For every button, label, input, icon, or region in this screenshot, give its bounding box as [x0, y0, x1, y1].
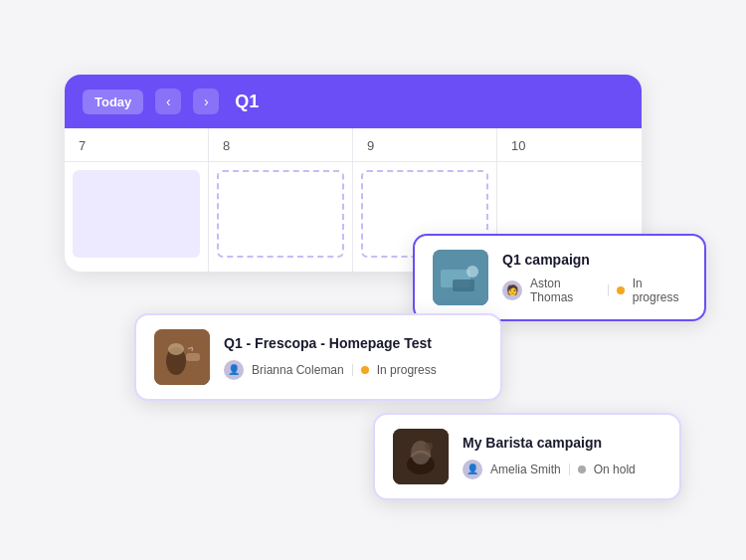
task-title-q1: Q1 campaign — [502, 251, 686, 269]
svg-point-6 — [168, 343, 184, 355]
author-q1: Aston Thomas — [530, 277, 600, 304]
task-thumbnail-barista — [393, 429, 449, 484]
day-header-10: 10 — [497, 128, 642, 162]
status-frescopa: In progress — [377, 363, 437, 377]
day-header-7: 7 — [65, 128, 208, 162]
cal-col-8: 8 — [209, 128, 353, 272]
divider-q1 — [608, 284, 609, 296]
svg-point-3 — [466, 266, 478, 278]
avatar-q1: 🧑 — [502, 280, 522, 300]
task-info-barista: My Barista campaign 👤 Amelia Smith On ho… — [463, 434, 661, 478]
day-header-8: 8 — [209, 128, 352, 162]
quarter-label: Q1 — [235, 92, 259, 112]
prev-button[interactable]: ‹ — [155, 89, 181, 114]
event-block-7[interactable] — [73, 170, 200, 258]
day-body-7 — [65, 162, 208, 272]
author-barista: Amelia Smith — [490, 463, 561, 476]
task-title-barista: My Barista campaign — [463, 434, 661, 452]
next-button[interactable]: › — [193, 89, 219, 114]
status-dot-barista — [578, 466, 586, 473]
task-title-frescopa: Q1 - Frescopa - Homepage Test — [224, 334, 482, 352]
status-barista: On hold — [594, 463, 636, 476]
task-meta-barista: 👤 Amelia Smith On hold — [463, 460, 661, 479]
status-q1: In progress — [633, 277, 686, 304]
divider-frescopa — [352, 364, 353, 376]
svg-rect-7 — [186, 353, 200, 361]
avatar-frescopa: 👤 — [224, 360, 244, 380]
task-card-barista[interactable]: My Barista campaign 👤 Amelia Smith On ho… — [373, 413, 681, 500]
task-info-q1: Q1 campaign 🧑 Aston Thomas In progress — [502, 251, 686, 303]
status-dot-q1 — [617, 286, 625, 294]
divider-barista — [569, 464, 570, 475]
task-info-frescopa: Q1 - Frescopa - Homepage Test 👤 Brianna … — [224, 334, 482, 379]
avatar-barista: 👤 — [463, 460, 482, 479]
event-dashed-8[interactable] — [217, 170, 344, 258]
svg-point-11 — [425, 443, 433, 451]
task-thumbnail-q1 — [433, 250, 488, 305]
task-meta-frescopa: 👤 Brianna Coleman In progress — [224, 360, 482, 380]
status-dot-frescopa — [361, 366, 369, 374]
day-body-8 — [209, 162, 352, 272]
calendar-header: Today ‹ › Q1 — [65, 75, 642, 128]
day-header-9: 9 — [353, 128, 496, 162]
cal-col-7: 7 — [65, 128, 209, 272]
author-frescopa: Brianna Coleman — [252, 363, 344, 377]
task-meta-q1: 🧑 Aston Thomas In progress — [502, 277, 686, 304]
svg-rect-2 — [453, 280, 474, 291]
task-card-q1-campaign[interactable]: Q1 campaign 🧑 Aston Thomas In progress — [413, 234, 706, 321]
today-button[interactable]: Today — [83, 90, 143, 114]
task-card-frescopa[interactable]: Q1 - Frescopa - Homepage Test 👤 Brianna … — [134, 313, 502, 401]
task-thumbnail-frescopa — [154, 329, 210, 385]
